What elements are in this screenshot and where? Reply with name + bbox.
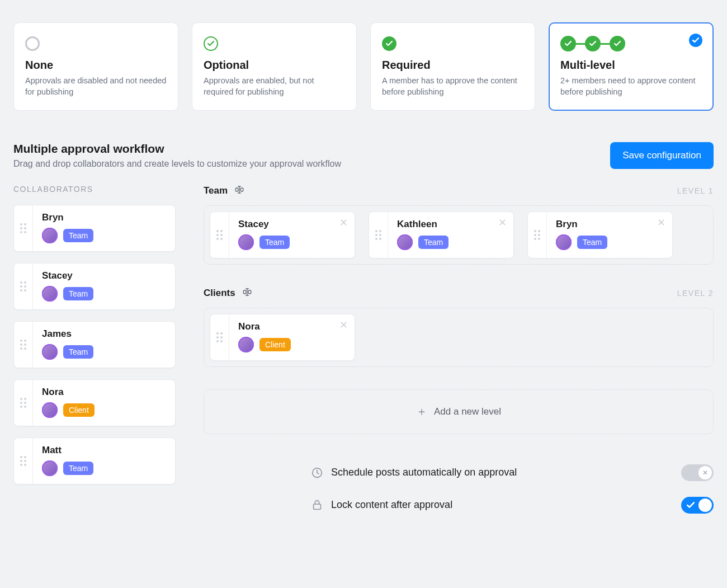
member-name: Stacey <box>238 219 346 230</box>
option-required[interactable]: Required A member has to approve the con… <box>370 22 535 111</box>
avatar <box>556 234 572 250</box>
toggle-switch[interactable] <box>681 497 714 514</box>
plus-icon: ＋ <box>416 404 427 419</box>
option-title: Required <box>382 59 523 72</box>
check-badge-icon <box>382 36 396 51</box>
remove-member-icon[interactable]: ✕ <box>339 218 348 228</box>
collaborators-heading: COLLABORATORS <box>13 185 176 194</box>
svg-rect-1 <box>240 188 243 191</box>
option-optional[interactable]: Optional Approvals are enabled, but not … <box>192 22 357 111</box>
collaborator-card[interactable]: Bryn Team <box>13 205 176 252</box>
option-title: Multi-level <box>560 59 702 72</box>
role-tag: Team <box>63 345 93 359</box>
svg-rect-0 <box>235 188 238 191</box>
level-name: Team <box>204 185 228 196</box>
rename-icon[interactable] <box>242 287 252 300</box>
switch-knob <box>698 498 712 512</box>
collaborator-card[interactable]: James Team <box>13 321 176 368</box>
option-desc: A member has to approve the content befo… <box>382 75 523 98</box>
approval-level: Clients LEVEL 2 ✕ Nora Clien <box>204 287 714 367</box>
add-level-label: Add a new level <box>434 406 501 417</box>
option-multi-level[interactable]: Multi-level 2+ members need to approve c… <box>549 22 714 111</box>
level-dropzone[interactable]: ✕ Nora Client <box>204 308 714 367</box>
role-tag: Client <box>259 338 291 351</box>
drag-handle-icon[interactable] <box>14 380 33 426</box>
levels-column: Team LEVEL 1 ✕ Stacey Team <box>204 185 714 521</box>
avatar <box>42 402 58 418</box>
avatar <box>397 234 413 250</box>
collaborator-name: Nora <box>42 387 166 398</box>
drag-handle-icon[interactable] <box>210 314 229 360</box>
rename-icon[interactable] <box>234 185 244 197</box>
role-tag: Team <box>63 287 93 300</box>
option-desc: Approvals are disabled and not needed fo… <box>25 75 167 98</box>
drag-handle-icon[interactable] <box>14 322 33 368</box>
option-icon <box>560 34 702 53</box>
option-desc: Approvals are enabled, but not required … <box>204 75 345 98</box>
option-desc: 2+ members need to approve content befor… <box>560 75 702 98</box>
section-title: Multiple approval workflow <box>13 142 341 156</box>
drag-handle-icon[interactable] <box>369 212 388 258</box>
multi-check-chain-icon <box>560 36 625 51</box>
option-none[interactable]: None Approvals are disabled and not need… <box>13 22 178 111</box>
add-level-button[interactable]: ＋ Add a new level <box>204 389 714 434</box>
drag-handle-icon[interactable] <box>528 212 547 258</box>
collaborator-name: James <box>42 328 166 340</box>
level-dropzone[interactable]: ✕ Stacey Team ✕ Kathleen <box>204 205 714 265</box>
level-member-card[interactable]: ✕ Kathleen Team <box>369 211 514 258</box>
role-tag: Team <box>418 236 449 249</box>
svg-rect-3 <box>248 290 251 294</box>
collaborator-card[interactable]: Stacey Team <box>13 263 176 310</box>
avatar <box>42 344 58 360</box>
role-tag: Team <box>259 236 290 249</box>
lock-icon <box>311 499 323 511</box>
drag-handle-icon[interactable] <box>210 212 229 258</box>
save-configuration-button[interactable]: Save configuration <box>610 142 714 169</box>
remove-member-icon[interactable]: ✕ <box>657 218 665 228</box>
collaborators-column: COLLABORATORS Bryn Team Stacey Team <box>13 185 176 496</box>
member-name: Nora <box>238 321 346 332</box>
level-label: LEVEL 1 <box>677 186 714 195</box>
section-subtitle: Drag and drop collaborators and create l… <box>13 159 341 169</box>
check-icon <box>687 501 695 511</box>
avatar <box>238 337 254 352</box>
level-member-card[interactable]: ✕ Bryn Team <box>527 211 673 258</box>
toggle-label: Schedule posts automatically on approval <box>331 467 517 478</box>
clock-icon <box>311 467 323 479</box>
remove-member-icon[interactable]: ✕ <box>339 320 348 330</box>
workflow-section-header: Multiple approval workflow Drag and drop… <box>13 142 714 169</box>
collaborator-card[interactable]: Matt Team <box>13 438 176 484</box>
approval-options-row: None Approvals are disabled and not need… <box>13 22 714 111</box>
option-title: Optional <box>204 59 345 72</box>
svg-rect-5 <box>314 504 321 509</box>
option-title: None <box>25 59 167 72</box>
avatar <box>42 228 58 243</box>
toggle-row-schedule: Schedule posts automatically on approval… <box>311 457 714 489</box>
svg-rect-2 <box>243 290 246 294</box>
avatar <box>238 234 254 250</box>
approval-level: Team LEVEL 1 ✕ Stacey Team <box>204 185 714 265</box>
level-member-card[interactable]: ✕ Stacey Team <box>210 211 355 258</box>
collaborator-name: Stacey <box>42 270 166 281</box>
role-tag: Team <box>63 229 93 242</box>
drag-handle-icon[interactable] <box>14 205 33 251</box>
role-tag: Team <box>63 462 93 475</box>
level-label: LEVEL 2 <box>677 289 714 298</box>
collaborator-card[interactable]: Nora Client <box>13 379 176 426</box>
toggle-label: Lock content after approval <box>331 499 452 511</box>
selected-check-icon <box>689 34 702 47</box>
level-member-card[interactable]: ✕ Nora Client <box>210 314 355 361</box>
role-tag: Team <box>577 236 607 249</box>
drag-handle-icon[interactable] <box>14 438 33 484</box>
switch-knob: ✕ <box>698 466 712 479</box>
role-tag: Client <box>63 403 95 417</box>
drag-handle-icon[interactable] <box>14 264 33 309</box>
circle-empty-icon <box>25 36 40 51</box>
option-icon <box>25 34 167 53</box>
level-name: Clients <box>204 288 235 299</box>
member-name: Kathleen <box>397 219 504 230</box>
toggle-switch[interactable]: ✕ <box>681 464 714 481</box>
remove-member-icon[interactable]: ✕ <box>498 218 507 228</box>
toggle-row-lock: Lock content after approval <box>311 489 714 521</box>
avatar <box>42 460 58 476</box>
